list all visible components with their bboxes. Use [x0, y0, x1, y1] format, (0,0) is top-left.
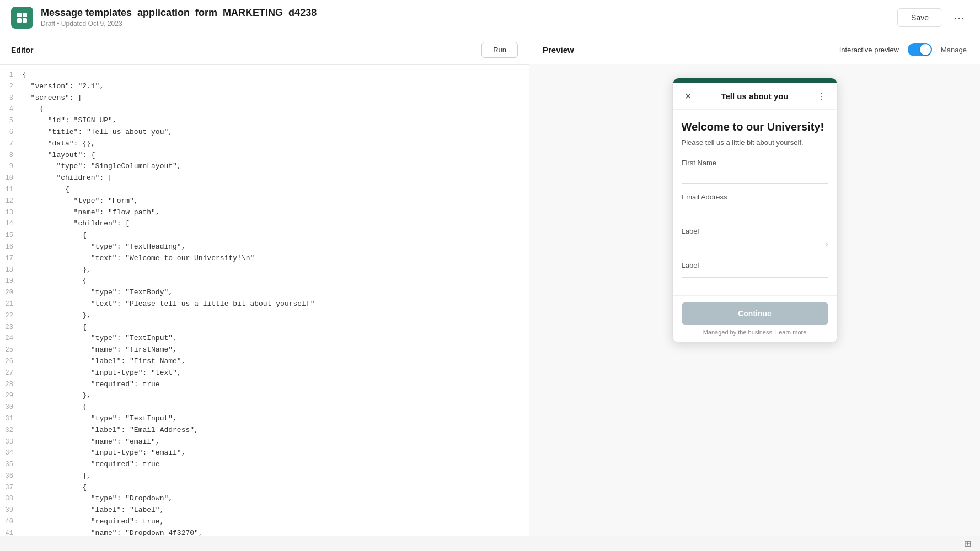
- form-heading: Welcome to our University!: [682, 121, 828, 133]
- code-line: 20 "type": "TextBody",: [0, 287, 529, 299]
- first-name-input[interactable]: [682, 169, 828, 184]
- managed-text: Managed by the business. Learn more: [682, 329, 828, 336]
- line-content: },: [22, 471, 529, 482]
- code-line: 2 "version": "2.1",: [0, 81, 529, 93]
- code-line: 1{: [0, 69, 529, 81]
- line-number: 19: [0, 276, 22, 287]
- phone-footer: Continue Managed by the business. Learn …: [673, 295, 837, 342]
- line-number: 15: [0, 230, 22, 241]
- line-number: 41: [0, 528, 22, 536]
- line-number: 10: [0, 172, 22, 183]
- code-line: 18 },: [0, 264, 529, 276]
- line-number: 25: [0, 344, 22, 355]
- dropdown-2[interactable]: [682, 272, 828, 278]
- line-content: {: [22, 104, 529, 115]
- header: Message templates_application_form_MARKE…: [0, 0, 980, 35]
- modal-title: Tell us about you: [721, 91, 788, 101]
- run-button[interactable]: Run: [481, 42, 518, 58]
- modal-close-button[interactable]: ✕: [682, 89, 695, 102]
- continue-button[interactable]: Continue: [682, 302, 828, 325]
- line-number: 3: [0, 93, 22, 104]
- line-content: "label": "Email Address",: [22, 425, 529, 436]
- header-right: Save ⋯: [897, 8, 969, 27]
- line-number: 40: [0, 516, 22, 527]
- code-line: 33 "name": "email",: [0, 436, 529, 448]
- line-content: "required": true,: [22, 516, 529, 528]
- line-number: 11: [0, 184, 22, 195]
- code-line: 14 "children": [: [0, 218, 529, 230]
- code-line: 11 {: [0, 184, 529, 196]
- chevron-right-icon-1: ›: [826, 240, 828, 249]
- line-number: 29: [0, 390, 22, 401]
- code-line: 34 "input-type": "email",: [0, 447, 529, 459]
- dropdown-1[interactable]: ›: [682, 237, 828, 252]
- line-number: 7: [0, 138, 22, 149]
- line-content: "screens": [: [22, 93, 529, 104]
- line-number: 31: [0, 413, 22, 424]
- line-content: "type": "SingleColumnLayout",: [22, 161, 529, 172]
- save-button[interactable]: Save: [897, 8, 942, 27]
- line-content: "label": "First Name",: [22, 356, 529, 368]
- code-line: 35 "required": true: [0, 459, 529, 471]
- line-content: "name": "flow_path",: [22, 207, 529, 219]
- code-line: 26 "label": "First Name",: [0, 356, 529, 368]
- line-content: "text": "Please tell us a little bit abo…: [22, 299, 529, 310]
- manage-button[interactable]: Manage: [941, 46, 967, 54]
- line-content: {: [22, 402, 529, 413]
- code-line: 28 "required": true: [0, 379, 529, 391]
- email-label: Email Address: [682, 193, 828, 201]
- preview-panel: Preview Interactive preview Manage ✕ Tel…: [529, 35, 980, 536]
- line-content: "type": "TextHeading",: [22, 241, 529, 253]
- header-title-area: Message templates_application_form_MARKE…: [41, 7, 317, 28]
- code-line: 16 "type": "TextHeading",: [0, 241, 529, 253]
- line-content: "type": "TextBody",: [22, 287, 529, 299]
- page-subtitle: Draft • Updated Oct 9, 2023: [41, 20, 317, 28]
- main-area: Editor Run 1{2 "version": "2.1",3 "scree…: [0, 35, 980, 536]
- line-number: 33: [0, 436, 22, 447]
- line-number: 18: [0, 264, 22, 276]
- email-field: Email Address: [682, 193, 828, 218]
- line-content: "version": "2.1",: [22, 81, 529, 93]
- code-line: 10 "children": [: [0, 172, 529, 184]
- line-number: 38: [0, 493, 22, 504]
- status-icon[interactable]: ⊞: [964, 538, 971, 549]
- code-line: 19 {: [0, 276, 529, 287]
- email-input[interactable]: [682, 203, 828, 218]
- line-content: "type": "Dropdown",: [22, 493, 529, 505]
- code-line: 15 {: [0, 230, 529, 241]
- svg-rect-1: [23, 13, 27, 17]
- interactive-preview-toggle[interactable]: [908, 43, 932, 56]
- line-content: {: [22, 230, 529, 241]
- code-line: 31 "type": "TextInput",: [0, 413, 529, 425]
- line-content: "required": true: [22, 379, 529, 391]
- dropdown-field-1: Label ›: [682, 227, 828, 252]
- svg-rect-0: [17, 13, 22, 17]
- line-content: "data": {},: [22, 138, 529, 150]
- line-content: },: [22, 310, 529, 322]
- line-content: {: [22, 184, 529, 196]
- modal-more-button[interactable]: ⋮: [815, 89, 828, 102]
- dropdown-label-2: Label: [682, 261, 828, 269]
- code-line: 8 "layout": {: [0, 150, 529, 161]
- more-options-button[interactable]: ⋯: [949, 9, 969, 26]
- code-editor[interactable]: 1{2 "version": "2.1",3 "screens": [4 {5 …: [0, 65, 529, 536]
- line-content: },: [22, 264, 529, 276]
- line-content: "children": [: [22, 172, 529, 184]
- code-line: 7 "data": {},: [0, 138, 529, 150]
- line-content: "type": "TextInput",: [22, 413, 529, 425]
- line-content: "name": "email",: [22, 436, 529, 448]
- first-name-label: First Name: [682, 159, 828, 167]
- code-line: 24 "type": "TextInput",: [0, 333, 529, 344]
- line-content: {: [22, 322, 529, 333]
- svg-rect-2: [17, 18, 22, 23]
- line-number: 22: [0, 310, 22, 321]
- code-line: 37 {: [0, 482, 529, 494]
- line-number: 5: [0, 115, 22, 126]
- line-content: "type": "Form",: [22, 196, 529, 207]
- line-content: "text": "Welcome to our University!\n": [22, 253, 529, 264]
- first-name-field: First Name: [682, 159, 828, 184]
- dropdown-label-1: Label: [682, 227, 828, 235]
- line-content: "name": "firstName",: [22, 344, 529, 356]
- preview-content: ✕ Tell us about you ⋮ Welcome to our Uni…: [529, 64, 980, 536]
- phone-frame: ✕ Tell us about you ⋮ Welcome to our Uni…: [672, 78, 838, 343]
